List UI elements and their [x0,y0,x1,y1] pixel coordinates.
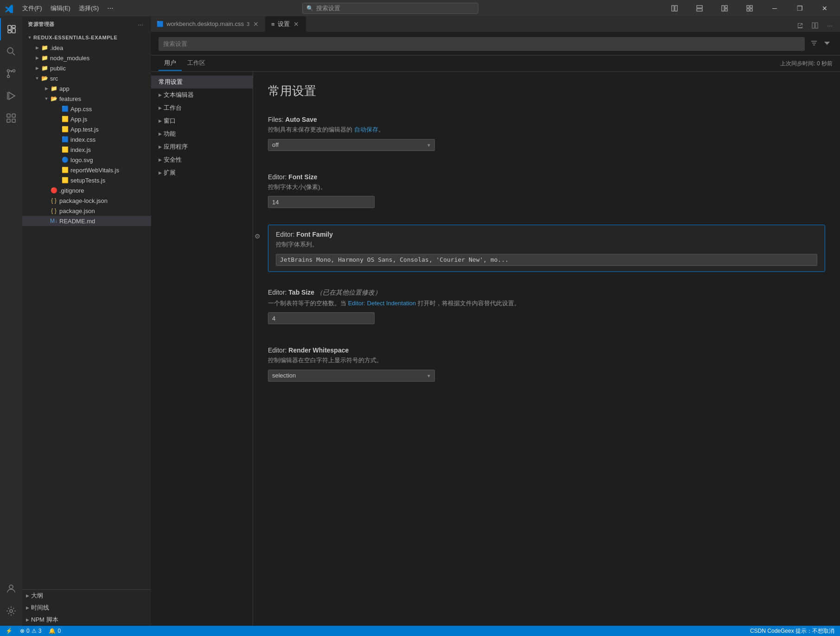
list-item[interactable]: ▶ 🟨 reportWebVitals.js [22,165,151,175]
svg-point-19 [7,76,10,78]
gear-icon[interactable]: ⚙ [253,231,263,242]
list-item[interactable]: ▶ 🟦 index.css [22,134,151,145]
nav-extensions[interactable]: ▶ 扩展 [151,166,253,179]
gitignore-icon: 🔴 [50,187,57,194]
setting-label-bold: Font Family [296,231,333,238]
list-item[interactable]: ▶ 📁 .idea [22,43,151,53]
menu-select[interactable]: 选择(S) [75,3,102,14]
warning-icon: ⚠ [32,628,37,634]
errors-btn[interactable]: ⊗ 0 ⚠ 3 [18,626,43,636]
sidebar-title: 资源管理器 [28,21,55,28]
nav-security[interactable]: ▶ 安全性 [151,153,253,166]
tab-size-input[interactable] [268,312,375,324]
list-item[interactable]: ▶ 🔵 logo.svg [22,155,151,165]
more-actions-btn[interactable]: ··· [823,19,836,32]
npm-scripts-label: NPM 脚本 [31,616,58,624]
font-size-input[interactable] [268,196,375,208]
npm-scripts-section[interactable]: ▶ NPM 脚本 [22,614,151,626]
open-in-editor-btn[interactable] [794,19,807,32]
nav-features[interactable]: ▶ 功能 [151,127,253,140]
list-item[interactable]: ▼ 📂 features [22,94,151,104]
global-search-bar[interactable]: 🔍 搜索设置 [302,3,478,14]
activity-settings[interactable] [0,600,22,622]
nav-application[interactable]: ▶ 应用程序 [151,140,253,153]
svg-rect-12 [12,25,15,28]
activity-run[interactable] [0,85,22,107]
status-right-text: CSDN CodeGeex 提示：不想取消 [750,627,834,635]
tab-css[interactable]: 🟦 workbench.desktop.main.css 3 ✕ [151,16,266,32]
chevron-right-icon: ▶ [159,132,162,136]
sync-info: 上次同步时间: 0 秒前 [780,60,833,68]
list-item[interactable]: ▶ 🔴 .gitignore [22,185,151,195]
editor-area: 🟦 workbench.desktop.main.css 3 ✕ ≡ 设置 ✕ … [151,16,840,626]
list-item[interactable]: ▶ 🟦 App.css [22,104,151,114]
folder-icon: 📁 [50,85,57,92]
chevron-right-icon: ▶ [26,617,29,622]
list-item[interactable]: ▶ 📁 app [22,83,151,94]
list-item[interactable]: ▶ { } package-lock.json [22,195,151,206]
tree-item-label: app [59,85,70,92]
close-btn[interactable]: ✕ [814,0,835,16]
list-item[interactable]: ▼ 📂 src [22,73,151,83]
list-item[interactable]: ▶ 📁 node_modules [22,53,151,63]
layout-btn-4[interactable] [739,0,760,16]
tab-settings[interactable]: ≡ 设置 ✕ [266,16,306,32]
svg-marker-20 [9,92,15,100]
chevron-right-icon: ▶ [26,605,29,610]
render-whitespace-select[interactable]: none boundary selection trailing all [268,370,435,382]
activity-source-control[interactable] [0,63,22,85]
nav-common[interactable]: 常用设置 [151,76,253,88]
activity-explorer[interactable] [0,18,22,40]
list-item[interactable]: ▶ 🟨 App.js [22,114,151,124]
nav-workbench[interactable]: ▶ 工作台 [151,101,253,114]
tree-root[interactable]: ▼ REDUX-ESSENTIALS-EXAMPLE [22,32,151,43]
settings-search-icons [808,38,833,50]
timeline-section[interactable]: ▶ 时间线 [22,602,151,614]
remote-btn[interactable]: ⚡ [4,626,14,636]
tree-item-label: .gitignore [59,187,84,194]
layout-btn-2[interactable] [689,0,710,16]
nav-text-editor[interactable]: ▶ 文本编辑器 [151,88,253,101]
tab-close-css[interactable]: ✕ [252,19,260,29]
list-item[interactable]: ▶ 📁 public [22,63,151,73]
sidebar-actions: ··· [135,19,146,30]
nav-window[interactable]: ▶ 窗口 [151,114,253,127]
tab-close-settings[interactable]: ✕ [293,19,300,29]
list-item[interactable]: ▶ 🟨 index.js [22,145,151,155]
minimize-btn[interactable]: ─ [764,0,785,16]
split-editor-btn[interactable] [808,19,821,32]
root-arrow: ▼ [26,32,33,43]
activity-account[interactable] [0,578,22,600]
sidebar-more-btn[interactable]: ··· [135,19,146,30]
settings-more-icon[interactable] [821,38,833,50]
folder-icon: 📁 [41,44,48,51]
maximize-btn[interactable]: ❐ [789,0,810,16]
outline-section[interactable]: ▶ 大纲 [22,590,151,602]
notifications-btn[interactable]: 🔔 0 [47,626,63,636]
layout-btn-3[interactable] [714,0,735,16]
menu-more[interactable]: ··· [103,3,117,14]
activity-extensions[interactable] [0,107,22,129]
setting-modified-label: （已在其他位置修改） [316,289,381,296]
settings-search-input[interactable] [159,37,805,51]
setting-desc-link[interactable]: Editor: Detect Indentation [348,300,416,307]
setting-desc-link[interactable]: 自动保存 [354,126,378,133]
font-family-input[interactable] [276,254,817,266]
list-item[interactable]: ▶ 🟨 setupTests.js [22,175,151,185]
list-item[interactable]: ▶ { } package.json [22,206,151,216]
list-item[interactable]: ▶ M↓ README.md [22,216,151,226]
css-icon: 🟦 [61,136,69,143]
settings-filter-icon[interactable] [808,38,820,50]
csdn-link[interactable]: CSDN CodeGeex 提示：不想取消 [748,626,836,636]
chevron-right-icon: ▶ [159,93,162,97]
menu-file[interactable]: 文件(F) [19,3,46,14]
menu-edit[interactable]: 编辑(E) [47,3,74,14]
tree-item-label: .idea [50,44,63,51]
tab-workspace[interactable]: 工作区 [182,56,211,71]
tab-user[interactable]: 用户 [159,56,182,71]
activity-search[interactable] [0,40,22,63]
svg-rect-8 [750,6,752,8]
auto-save-select[interactable]: off afterDelay onFocusChange onWindowCha… [268,139,435,151]
list-item[interactable]: ▶ 🟨 App.test.js [22,124,151,134]
layout-btn-1[interactable] [664,0,685,16]
